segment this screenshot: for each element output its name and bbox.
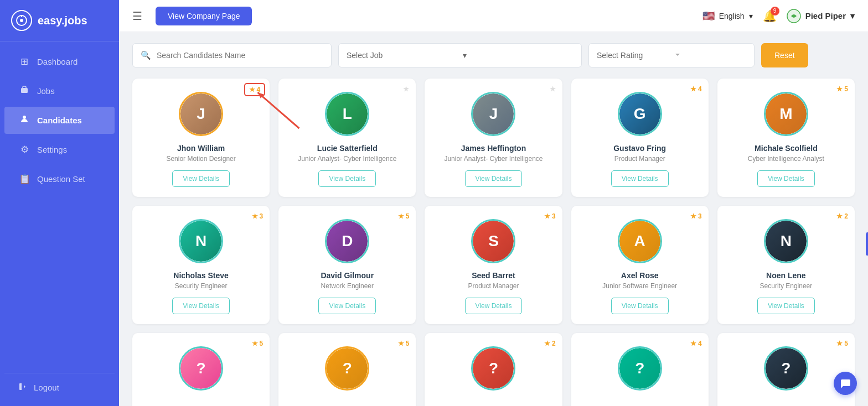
candidate-name: Seed Barret (472, 271, 515, 280)
sidebar-item-label: Settings (37, 145, 67, 154)
nav-menu: ⊞ Dashboard Jobs Candidates ⚙ Se (0, 41, 119, 368)
sidebar-item-jobs[interactable]: Jobs (4, 77, 115, 105)
view-company-button[interactable]: View Company Page (156, 7, 252, 25)
candidate-name: Nicholas Steve (173, 271, 229, 280)
search-box[interactable]: 🔍 (132, 43, 332, 67)
candidate-card: ★3AAxel RoseJunior Software EngineerView… (571, 206, 709, 324)
rating-value: 3 (260, 212, 264, 220)
svg-rect-3 (21, 88, 28, 93)
view-details-button[interactable]: View Details (318, 170, 376, 187)
svg-point-4 (23, 116, 26, 119)
star-icon: ★ (249, 86, 255, 93)
language-selector[interactable]: 🇺🇸 English ▾ (702, 10, 753, 22)
view-details-button[interactable]: View Details (611, 298, 669, 314)
menu-toggle-icon[interactable]: ☰ (132, 9, 142, 23)
logo-icon (11, 10, 32, 31)
reset-button[interactable]: Reset (761, 43, 808, 67)
settings-icon: ⚙ (18, 144, 30, 155)
candidates-icon (18, 114, 30, 126)
view-details-button[interactable]: View Details (757, 298, 815, 314)
brand-label: Pied Piper (805, 11, 846, 20)
dashboard-icon: ⊞ (18, 56, 30, 67)
logo-text: easy.jobs (38, 14, 87, 27)
candidates-grid-container: ★4JJhon WilliamSenior Motion DesignerVie… (132, 79, 855, 406)
notification-badge: 9 (771, 7, 779, 15)
brand-selector[interactable]: Pied Piper ▾ (787, 9, 855, 23)
sidebar-item-label: Jobs (37, 86, 55, 96)
page-content: 🔍 Select Job ▾ Select Rating Reset (119, 32, 868, 406)
view-details-button[interactable]: View Details (465, 170, 523, 187)
view-details-button[interactable]: View Details (172, 170, 230, 187)
rating-badge-empty: ★ (403, 85, 409, 93)
rating-badge: ★3 (252, 212, 264, 220)
candidate-card: ★2?View Details (425, 333, 562, 406)
rating-value: 5 (406, 340, 410, 347)
candidate-card: ★5?View Details (132, 333, 270, 406)
sidebar-item-label: Question Set (37, 174, 85, 184)
flag-icon: 🇺🇸 (702, 10, 715, 22)
star-icon: ★ (398, 212, 404, 220)
rating-value: 4 (698, 340, 702, 347)
candidate-role: Security Engineer (175, 282, 228, 290)
candidate-card: ★3SSeed BarretProduct ManagerView Detail… (425, 206, 562, 324)
view-details-button[interactable]: View Details (172, 298, 230, 314)
candidate-role: Junior Analyst- Cyber Intelligence (298, 155, 396, 163)
candidate-card: ★JJames HeffingtonJunior Analyst- Cyber … (425, 79, 562, 197)
sidebar-item-dashboard[interactable]: ⊞ Dashboard (4, 48, 115, 75)
rating-badge: ★4 (690, 85, 702, 93)
select-job-label: Select Job (347, 51, 457, 60)
star-icon: ★ (836, 340, 843, 347)
rating-value: 3 (698, 212, 702, 220)
brand-chevron-icon: ▾ (850, 11, 855, 21)
select-job-dropdown[interactable]: Select Job ▾ (338, 43, 582, 67)
notification-button[interactable]: 🔔 9 (763, 9, 777, 23)
avatar: ? (618, 346, 662, 391)
avatar: ? (325, 346, 369, 391)
candidate-role: Junior Software Engineer (602, 282, 677, 290)
candidate-name: Lucie Satterfield (317, 144, 378, 153)
candidate-role: Senior Motion Designer (166, 155, 235, 163)
candidate-card: ★LLucie SatterfieldJunior Analyst- Cyber… (278, 79, 416, 197)
sidebar-item-question-set[interactable]: 📋 Question Set (4, 165, 115, 192)
candidate-card: ★5MMichale ScolfieldCyber Intelligence A… (717, 79, 855, 197)
avatar: ? (764, 346, 808, 391)
rating-value: 4 (698, 85, 702, 93)
candidate-role: Cyber Intelligence Analyst (748, 155, 824, 163)
rating-badge: ★5 (398, 212, 410, 220)
star-icon: ★ (544, 340, 550, 347)
chat-bubble-button[interactable] (834, 372, 857, 395)
view-details-button[interactable]: View Details (757, 170, 815, 187)
rating-value: 5 (844, 340, 848, 347)
candidate-role: Product Manager (614, 155, 665, 163)
avatar: M (764, 92, 808, 136)
sidebar-item-settings[interactable]: ⚙ Settings (4, 136, 115, 163)
view-details-button[interactable]: View Details (318, 298, 376, 314)
select-rating-dropdown[interactable]: Select Rating (588, 43, 755, 67)
rating-badge: ★5 (836, 85, 848, 93)
sidebar-item-label: Dashboard (37, 57, 78, 66)
logout-button[interactable]: Logout (4, 373, 115, 402)
avatar: N (764, 219, 808, 263)
rating-value: 2 (552, 340, 556, 347)
search-icon: 🔍 (141, 50, 151, 60)
view-details-button[interactable]: View Details (611, 170, 669, 187)
star-icon: ★ (836, 212, 843, 220)
search-input[interactable] (157, 51, 323, 60)
sidebar-item-label: Candidates (37, 116, 82, 125)
view-details-button[interactable]: View Details (465, 298, 523, 314)
candidate-card: ★4JJhon WilliamSenior Motion DesignerVie… (132, 79, 270, 197)
star-icon: ★ (252, 340, 258, 347)
logo-area: easy.jobs (0, 0, 119, 41)
candidate-card: ★3NNicholas SteveSecurity EngineerView D… (132, 206, 270, 324)
rating-badge: ★3 (690, 212, 702, 220)
feedback-tab[interactable]: Feedback (866, 232, 868, 256)
star-icon: ★ (252, 212, 258, 220)
avatar: S (471, 219, 515, 263)
star-icon: ★ (690, 212, 696, 220)
star-icon: ★ (690, 85, 696, 93)
rating-badge: ★5 (252, 340, 264, 347)
avatar: ? (471, 346, 515, 391)
star-icon: ★ (398, 340, 404, 347)
candidate-name: David Gilmour (321, 271, 374, 280)
sidebar-item-candidates[interactable]: Candidates (4, 107, 115, 134)
